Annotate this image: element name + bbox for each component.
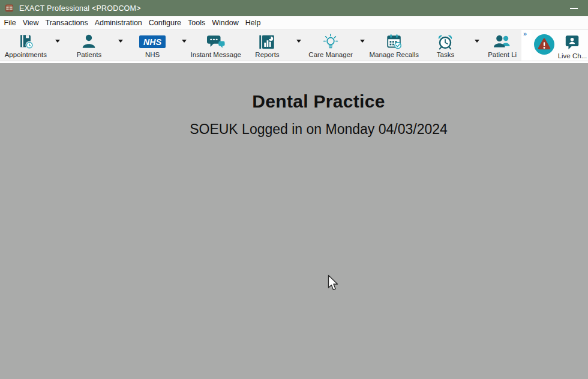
alert-button[interactable] <box>532 34 557 58</box>
chevron-down-icon <box>475 40 479 43</box>
toolbar-label: Reports <box>255 51 279 59</box>
toolbar-instant-message-button[interactable]: Instant Message <box>190 30 242 61</box>
tasks-dropdown-arrow[interactable] <box>471 30 483 61</box>
patient-icon <box>80 33 98 50</box>
title-bar: EXACT Professional <PRODCOM> <box>0 0 588 16</box>
chevron-down-icon <box>360 40 365 43</box>
toolbar: Appointments Patients NHS NHS <box>0 30 588 61</box>
main-workspace: Dental Practice SOEUK Logged in on Monda… <box>0 63 588 378</box>
nhs-logo: NHS <box>139 33 166 50</box>
toolbar-label: Care Manager <box>308 51 353 59</box>
toolbar-overflow-separator: » <box>521 30 532 61</box>
toolbar-manage-recalls-button[interactable]: Manage Recalls <box>368 30 420 61</box>
toolbar-label: Manage Recalls <box>370 51 419 59</box>
toolbar-label: Live Ch... <box>558 52 587 60</box>
toolbar-patients-button[interactable]: Patients <box>64 30 115 61</box>
toolbar-label: Instant Message <box>191 51 241 59</box>
instant-message-icon <box>206 33 226 50</box>
toolbar-care-manager-button[interactable]: Care Manager <box>305 30 356 61</box>
toolbar-overflow-chevron-icon[interactable]: » <box>523 30 527 38</box>
care-manager-dropdown-arrow[interactable] <box>356 30 368 61</box>
toolbar-label: Appointments <box>5 51 47 59</box>
menu-tools[interactable]: Tools <box>185 16 209 29</box>
patients-dropdown-arrow[interactable] <box>115 30 127 61</box>
live-chat-icon <box>564 34 581 52</box>
toolbar-tasks-button[interactable]: Tasks <box>420 30 472 61</box>
chevron-down-icon <box>182 40 187 43</box>
login-status-message: SOEUK Logged in on Monday 04/03/2024 <box>49 121 588 138</box>
reports-icon <box>258 33 276 50</box>
manage-recalls-icon <box>385 33 403 50</box>
menu-bar: File View Transactions Administration Co… <box>0 16 588 30</box>
menu-configure[interactable]: Configure <box>145 16 184 29</box>
toolbar-patient-list-button[interactable]: Patient Li <box>483 30 521 61</box>
menu-administration[interactable]: Administration <box>91 16 145 29</box>
reports-dropdown-arrow[interactable] <box>293 30 305 61</box>
menu-window[interactable]: Window <box>209 16 242 29</box>
toolbar-appointments-button[interactable]: Appointments <box>0 30 52 61</box>
mouse-cursor <box>326 274 339 295</box>
appointments-dropdown-arrow[interactable] <box>52 30 64 61</box>
chevron-down-icon <box>296 40 301 43</box>
toolbar-label: Patients <box>77 51 102 59</box>
window-title: EXACT Professional <PRODCOM> <box>19 4 141 13</box>
toolbar-right-section: Live Ch... <box>532 30 588 61</box>
menu-help[interactable]: Help <box>242 16 264 29</box>
toolbar-label: Patient Li <box>488 51 517 59</box>
toolbar-label: NHS <box>145 51 160 59</box>
toolbar-reports-button[interactable]: Reports <box>242 30 293 61</box>
appointments-icon <box>17 33 35 50</box>
chevron-down-icon <box>118 40 123 43</box>
care-manager-icon <box>322 33 340 50</box>
toolbar-nhs-button[interactable]: NHS NHS <box>127 30 178 61</box>
exact-app-icon <box>5 4 14 13</box>
minimize-button[interactable] <box>563 0 584 16</box>
chevron-down-icon <box>55 40 60 43</box>
patient-list-icon <box>492 33 512 50</box>
alert-icon <box>533 34 555 58</box>
minimize-icon <box>570 8 578 9</box>
toolbar-live-chat-button[interactable]: Live Ch... <box>557 31 588 60</box>
toolbar-label: Tasks <box>437 51 454 59</box>
tasks-icon <box>436 33 454 50</box>
practice-title: Dental Practice <box>49 91 588 112</box>
menu-view[interactable]: View <box>19 16 42 29</box>
nhs-logo-text: NHS <box>139 35 166 48</box>
menu-transactions[interactable]: Transactions <box>42 16 91 29</box>
nhs-dropdown-arrow[interactable] <box>178 30 190 61</box>
menu-file[interactable]: File <box>1 16 19 29</box>
